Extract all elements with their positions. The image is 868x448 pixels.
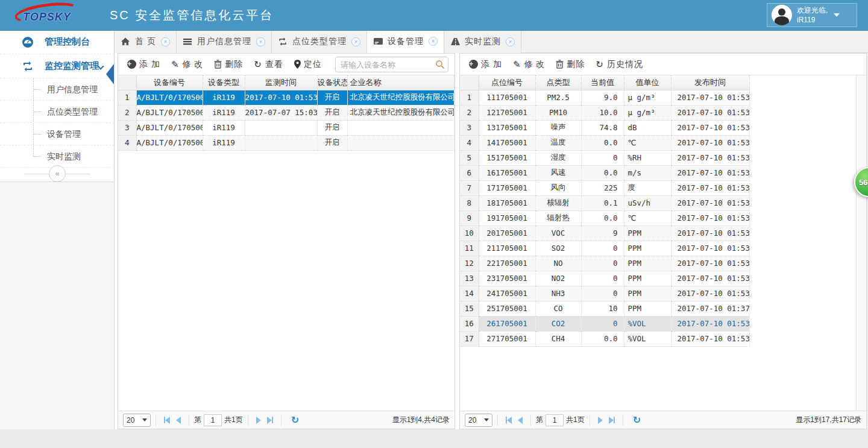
cell: 0.0: [581, 331, 624, 346]
close-icon[interactable]: ×: [429, 37, 438, 46]
table-row[interactable]: 9191705001辐射热0.0℃2017-07-10 01:53:21: [460, 210, 749, 226]
table-row[interactable]: 7171705001风向225度2017-07-10 01:53:21: [460, 180, 749, 195]
column-header[interactable]: 设备编号: [136, 75, 203, 90]
row-number-cell: 6: [460, 165, 479, 180]
close-icon[interactable]: ×: [351, 37, 360, 46]
table-row[interactable]: 13231705001NO20PPM2017-07-10 01:53:22: [460, 271, 749, 286]
avatar[interactable]: [772, 5, 792, 25]
table-row[interactable]: 2A/BJLT/0/1705002iR1192017-07-07 15:03:0…: [118, 105, 454, 120]
table-row[interactable]: 3A/BJLT/0/1705003iR119开启: [118, 120, 454, 135]
column-header[interactable]: 点类型: [535, 75, 581, 90]
row-number-cell: 14: [460, 286, 479, 301]
tab-user-info[interactable]: 用户信息管理 ×: [177, 30, 272, 53]
cell: 辐射热: [535, 210, 581, 226]
row-number-cell: 3: [460, 120, 479, 135]
chevron-down-icon[interactable]: [834, 13, 840, 17]
column-header[interactable]: 监测时间: [245, 75, 317, 90]
cell: [245, 120, 317, 135]
search-input[interactable]: [335, 57, 448, 72]
table-row[interactable]: 5151705001湿度0%RH2017-07-10 01:53:22: [460, 150, 749, 165]
history-button[interactable]: ↻ 历史情况: [596, 59, 643, 70]
column-header[interactable]: 点位编号: [479, 75, 535, 90]
add-button[interactable]: + 添 加: [127, 59, 160, 70]
cell: %VOL: [624, 316, 671, 331]
close-icon[interactable]: ×: [256, 37, 265, 46]
cell: ℃: [624, 210, 671, 226]
tab-device-mgmt[interactable]: 设备管理 ×: [367, 30, 444, 53]
vertical-scrollbar[interactable]: [856, 75, 866, 411]
next-page-button[interactable]: [256, 417, 261, 424]
row-number-cell: 9: [460, 210, 479, 226]
table-row[interactable]: 15251705001CO10PPM2017-07-10 01:37:01: [460, 301, 749, 316]
refresh-button[interactable]: ↻: [633, 414, 641, 426]
close-icon[interactable]: ×: [161, 37, 170, 46]
cell: NO: [535, 256, 581, 271]
tab-home[interactable]: 首 页 ×: [115, 30, 177, 53]
sidebar-item-console[interactable]: 管理控制台: [0, 30, 114, 54]
next-page-button[interactable]: [598, 417, 603, 424]
cell: CH4: [535, 331, 581, 346]
user-menu[interactable]: 欢迎光临, iR119: [767, 3, 857, 27]
view-button[interactable]: ↻ 查看: [254, 59, 283, 70]
row-number-cell: 1: [118, 90, 136, 105]
column-header[interactable]: 企业名称: [347, 75, 454, 90]
table-row[interactable]: 12221705001NO0PPM2017-07-10 01:53:21: [460, 256, 749, 271]
column-header[interactable]: 设备类型: [203, 75, 245, 90]
sidebar-item-point-type[interactable]: 点位类型管理: [0, 101, 114, 123]
cell: 171705001: [479, 180, 535, 195]
delete-button[interactable]: 删除: [556, 59, 585, 70]
last-page-button[interactable]: [267, 417, 273, 424]
column-header[interactable]: 设备状态: [317, 75, 347, 90]
page-size-select[interactable]: 20: [123, 414, 151, 427]
tab-point-type[interactable]: 点位类型管理 ×: [272, 30, 367, 53]
sidebar-collapse-button[interactable]: «: [49, 165, 66, 182]
table-row[interactable]: 8181705001核辐射0.1uSv/h2017-07-10 01:53:21: [460, 195, 749, 210]
prev-page-button[interactable]: [518, 417, 523, 424]
table-row[interactable]: 16261705001CO20%VOL2017-07-10 01:53:22: [460, 316, 749, 331]
cell: iR119: [203, 120, 245, 135]
cell: 2017-07-10 01:53:22: [671, 241, 749, 256]
edit-button[interactable]: ✎ 修 改: [171, 59, 203, 70]
search-icon[interactable]: [435, 60, 445, 69]
page-number-input[interactable]: [546, 414, 564, 426]
column-header[interactable]: 发布时间: [671, 75, 749, 90]
prev-page-button[interactable]: [176, 417, 181, 424]
sidebar-item-realtime[interactable]: 实时监测: [0, 145, 114, 168]
sidebar-item-device-mgmt[interactable]: 设备管理: [0, 123, 114, 145]
close-icon[interactable]: ×: [506, 37, 515, 46]
table-row[interactable]: 11211705001SO20PPM2017-07-10 01:53:22: [460, 241, 749, 256]
table-row[interactable]: 14241705001NH30PPM2017-07-10 01:53:21: [460, 286, 749, 301]
first-page-button[interactable]: [164, 417, 170, 424]
table-row[interactable]: 4A/BJLT/0/1705004iR119开启: [118, 135, 454, 150]
column-header[interactable]: 当前值: [581, 75, 624, 90]
edit-button[interactable]: ✎ 修 改: [513, 59, 545, 70]
locate-button[interactable]: 定位: [294, 59, 322, 70]
cell: CO: [535, 301, 581, 316]
table-row[interactable]: 1A/BJLT/0/1705001iR1192017-07-10 01:53:2…: [118, 90, 454, 105]
table-row[interactable]: 17271705001CH40.0%VOL2017-07-10 01:53:21: [460, 331, 749, 346]
table-row[interactable]: 3131705001噪声74.8dB2017-07-10 01:53:22: [460, 120, 749, 135]
table-row[interactable]: 2121705001PM1010.0μ g/m³2017-07-10 01:53…: [460, 105, 749, 120]
first-page-button[interactable]: [506, 417, 512, 424]
cell: 9.0: [581, 90, 624, 105]
row-number-cell: 11: [460, 241, 479, 256]
sidebar-item-monitor-mgmt[interactable]: 监控监测管理: [0, 54, 114, 78]
cell: 北京凌天世纪控股股份有限公司: [347, 90, 454, 105]
table-row[interactable]: 10201705001VOC9PPM2017-07-10 01:53:22: [460, 226, 749, 241]
add-button[interactable]: + 添 加: [469, 59, 502, 70]
table-row[interactable]: 6161705001风速0.0m/s2017-07-10 01:53:21: [460, 165, 749, 180]
cell: 271705001: [479, 331, 535, 346]
page-size-select[interactable]: 20: [465, 414, 492, 427]
cell: 141705001: [479, 135, 535, 150]
page-number-input[interactable]: [204, 414, 222, 426]
refresh-button[interactable]: ↻: [291, 414, 299, 426]
sidebar-item-user-info[interactable]: 用户信息管理: [0, 78, 114, 101]
delete-button[interactable]: 删除: [214, 59, 243, 70]
sidebar-subnav: 用户信息管理 点位类型管理 设备管理 实时监测: [0, 78, 114, 168]
last-page-button[interactable]: [609, 417, 615, 424]
column-header[interactable]: 值单位: [624, 75, 671, 90]
cell: 201705001: [479, 226, 535, 241]
table-row[interactable]: 4141705001温度0.0℃2017-07-10 01:53:22: [460, 135, 749, 150]
tab-realtime[interactable]: 实时监测 ×: [444, 30, 521, 53]
table-row[interactable]: 1111705001PM2.59.0μ g/m³2017-07-10 01:53…: [460, 90, 749, 105]
